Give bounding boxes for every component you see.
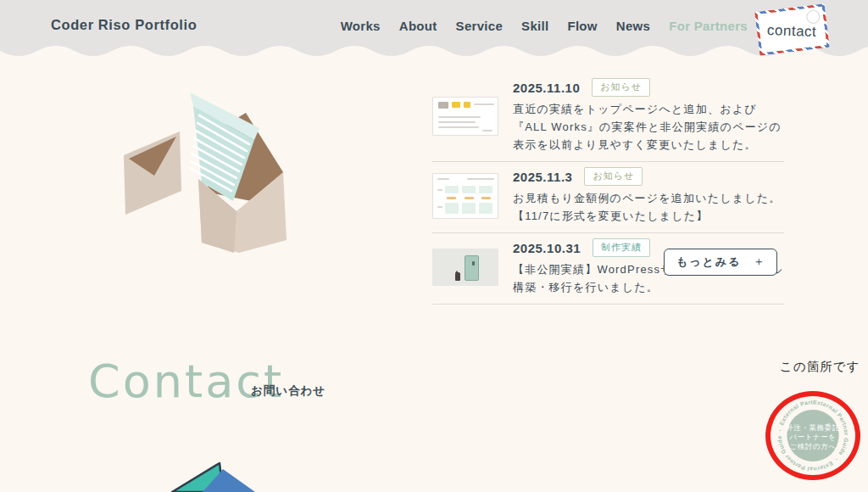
badge-line-3: ご検討の方へ <box>789 442 836 450</box>
news-thumbnail-1 <box>432 97 498 136</box>
contact-button[interactable]: contact <box>754 3 830 56</box>
more-button-label: もっとみる <box>676 254 742 270</box>
news-item-2[interactable]: 2025.11.3 お知らせ お見積もり金額例のページを追加いたしました。【11… <box>432 162 784 233</box>
contact-section-subtitle: お問い合わせ <box>251 383 326 399</box>
header-wave-decoration <box>0 44 868 63</box>
plus-icon: ＋ <box>753 254 765 270</box>
news-date: 2025.11.3 <box>513 170 572 184</box>
badge-line-1: 外注・業務委託 <box>786 423 840 432</box>
annotation-label: この箇所です <box>780 359 860 375</box>
news-text: お見積もり金額例のページを追加いたしました。【11/7に形式を変更いたしました】 <box>513 189 784 225</box>
nav-item-service[interactable]: Service <box>456 19 503 33</box>
postmark-icon <box>805 9 821 25</box>
contact-button-label: contact <box>767 22 817 41</box>
nav-item-about[interactable]: About <box>399 19 437 33</box>
news-thumbnail-2 <box>432 173 498 219</box>
news-category-badge: 制作実績 <box>593 238 650 257</box>
page: Coder Riso Portfolio Works About Service… <box>0 0 868 492</box>
badge-line-2: パートナーを <box>788 433 836 441</box>
site-logo[interactable]: Coder Riso Portfolio <box>51 17 197 33</box>
news-item-1[interactable]: 2025.11.10 お知らせ 直近の実績をトップページへと追加、および『ALL… <box>432 73 784 162</box>
partner-guide-badge[interactable]: External Partner Guide ・ External Partne… <box>770 394 856 477</box>
news-text: 直近の実績をトップページへと追加、および『ALL Works』の実案件と非公開実… <box>513 100 784 154</box>
nav-item-works[interactable]: Works <box>341 19 381 33</box>
news-more-button[interactable]: もっとみる ＋ <box>664 249 777 276</box>
news-category-badge: お知らせ <box>592 78 650 97</box>
envelope-letter-illustration <box>108 72 312 254</box>
nav-item-for-partners[interactable]: For Partners <box>669 19 748 33</box>
news-date: 2025.10.31 <box>513 241 581 255</box>
nav-item-flow[interactable]: Flow <box>567 19 597 33</box>
nav-item-news[interactable]: News <box>616 19 650 33</box>
news-date: 2025.11.10 <box>513 81 580 95</box>
news-category-badge: お知らせ <box>584 167 643 186</box>
main-nav: Works About Service Skill Flow News For … <box>341 19 748 33</box>
contact-section-title: Contact <box>88 355 284 408</box>
news-thumbnail-3 <box>432 249 498 286</box>
nav-item-skill[interactable]: Skill <box>521 19 548 33</box>
paper-plane-illustration <box>164 460 261 492</box>
